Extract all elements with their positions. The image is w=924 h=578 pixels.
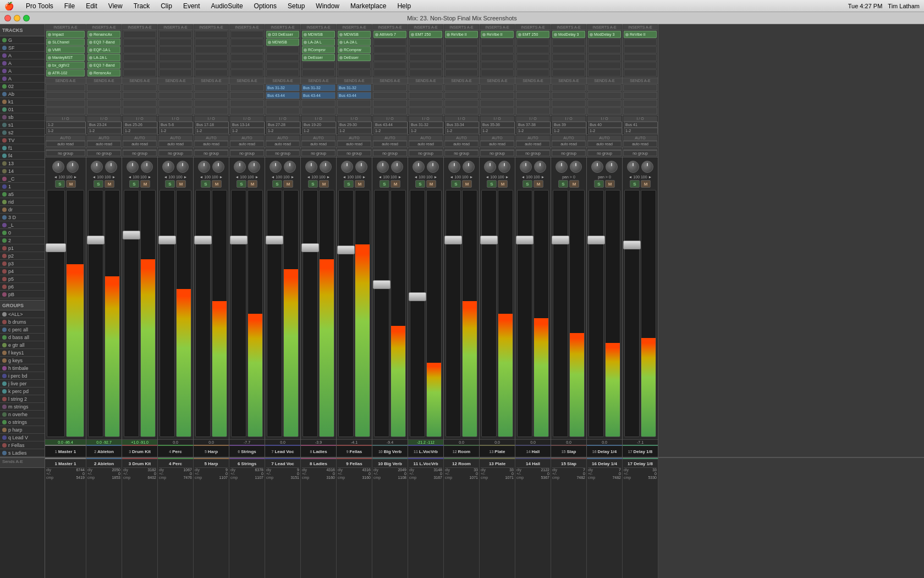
- fader-track[interactable]: [446, 190, 461, 437]
- insert-slot-4[interactable]: [481, 62, 514, 69]
- send-slot-1[interactable]: [409, 92, 443, 99]
- send-slot-2[interactable]: [158, 100, 193, 107]
- channel-label[interactable]: 3 Drum Kit: [122, 445, 157, 457]
- track-item-3[interactable]: A: [0, 59, 45, 67]
- track-item-23[interactable]: 3 D: [0, 214, 45, 221]
- send-slot-2[interactable]: [516, 100, 550, 107]
- insert-slot-1[interactable]: [445, 39, 478, 46]
- auto-button[interactable]: auto read: [230, 141, 264, 147]
- mute-button[interactable]: M: [248, 180, 257, 188]
- fader-track[interactable]: [374, 190, 389, 437]
- track-item-13[interactable]: TV: [0, 137, 45, 144]
- pan-knob-right[interactable]: [391, 161, 403, 173]
- track-item-19[interactable]: 1: [0, 183, 45, 190]
- group-item-14[interactable]: o strings: [0, 418, 45, 426]
- pan-knob-left[interactable]: [341, 161, 353, 173]
- insert-slot-1[interactable]: [481, 39, 514, 46]
- group-item-17[interactable]: r Fellas: [0, 441, 45, 449]
- insert-slot-1[interactable]: [588, 39, 621, 46]
- io-output[interactable]: 1-2: [266, 128, 300, 134]
- insert-slot-4[interactable]: [516, 62, 549, 69]
- fader-track[interactable]: [588, 190, 604, 437]
- channel-label[interactable]: 6 Strings: [229, 445, 265, 457]
- insert-slot-5[interactable]: [588, 69, 621, 77]
- insert-slot-5[interactable]: [159, 69, 192, 77]
- fader-handle[interactable]: [516, 236, 534, 244]
- insert-slot-2[interactable]: [123, 46, 156, 53]
- minimize-button[interactable]: [14, 15, 20, 21]
- mute-button[interactable]: M: [534, 180, 543, 188]
- solo-button[interactable]: S: [522, 180, 532, 188]
- insert-slot-5[interactable]: RensncAx: [87, 69, 120, 77]
- group-item-8[interactable]: i perc bd: [0, 372, 45, 380]
- send-slot-0[interactable]: [230, 84, 264, 91]
- insert-slot-2[interactable]: [588, 46, 621, 53]
- send-slot-3[interactable]: [444, 107, 479, 114]
- io-output[interactable]: 1-2: [481, 128, 515, 134]
- send-slot-1[interactable]: [373, 92, 407, 99]
- group-button[interactable]: no group: [46, 150, 85, 156]
- insert-slot-3[interactable]: [552, 54, 585, 61]
- fader-handle[interactable]: [373, 280, 391, 289]
- insert-slot-2[interactable]: [195, 46, 228, 53]
- group-item-11[interactable]: l string 2: [0, 395, 45, 403]
- pan-knob-right[interactable]: [463, 161, 475, 173]
- insert-slot-5[interactable]: [338, 69, 371, 77]
- close-button[interactable]: [4, 15, 11, 21]
- insert-slot-3[interactable]: [195, 54, 228, 61]
- insert-slot-5[interactable]: ATR-102: [46, 69, 85, 77]
- send-slot-2[interactable]: [552, 100, 586, 107]
- group-item-2[interactable]: c perc all: [0, 326, 45, 334]
- auto-button[interactable]: auto read: [480, 141, 514, 147]
- menu-setup[interactable]: Setup: [285, 2, 307, 10]
- fader-handle[interactable]: [587, 236, 605, 244]
- menu-marketplace[interactable]: Marketplace: [348, 2, 388, 10]
- io-output[interactable]: 1-2: [302, 128, 336, 134]
- pan-knob-left[interactable]: [52, 161, 64, 173]
- fader-track[interactable]: [124, 190, 139, 437]
- solo-button[interactable]: S: [129, 180, 139, 188]
- mute-button[interactable]: M: [391, 180, 400, 188]
- send-slot-0[interactable]: [46, 84, 85, 91]
- menu-protools[interactable]: Pro Tools: [24, 2, 56, 10]
- solo-button[interactable]: S: [415, 180, 425, 188]
- track-item-12[interactable]: s2: [0, 129, 45, 137]
- pan-knob-right[interactable]: [498, 161, 510, 173]
- group-button[interactable]: no group: [373, 150, 407, 156]
- channel-label[interactable]: 15 Slap: [551, 445, 586, 457]
- pan-knob-left[interactable]: [556, 161, 568, 173]
- insert-slot-5[interactable]: [302, 69, 335, 77]
- fader-handle[interactable]: [158, 236, 176, 244]
- insert-slot-4[interactable]: [624, 62, 657, 69]
- track-item-15[interactable]: f4: [0, 152, 45, 160]
- send-slot-0[interactable]: [158, 84, 193, 91]
- group-item-9[interactable]: j live per: [0, 380, 45, 388]
- fader-handle[interactable]: [409, 292, 426, 301]
- insert-slot-1[interactable]: [552, 39, 585, 46]
- fader-track[interactable]: [160, 190, 175, 437]
- auto-button[interactable]: auto read: [444, 141, 479, 147]
- solo-button[interactable]: S: [237, 180, 246, 188]
- send-slot-1[interactable]: Bus 43-44: [301, 92, 336, 99]
- insert-slot-4[interactable]: [195, 62, 228, 69]
- pan-knob-left[interactable]: [520, 161, 532, 173]
- fader-track[interactable]: [624, 190, 640, 437]
- pan-knob-left[interactable]: [127, 161, 139, 173]
- send-slot-3[interactable]: [337, 107, 371, 114]
- group-item-3[interactable]: d bass all: [0, 334, 45, 341]
- pan-knob-left[interactable]: [591, 161, 603, 173]
- auto-button[interactable]: auto read: [46, 141, 85, 147]
- track-item-10[interactable]: sb: [0, 113, 45, 121]
- io-output[interactable]: 1-2: [338, 128, 372, 134]
- insert-slot-3[interactable]: [230, 54, 263, 61]
- insert-slot-2[interactable]: [230, 46, 263, 53]
- group-button[interactable]: no group: [158, 150, 193, 156]
- send-slot-2[interactable]: [480, 100, 514, 107]
- insert-slot-5[interactable]: [230, 69, 263, 77]
- insert-slot-4[interactable]: [123, 62, 156, 69]
- send-slot-1[interactable]: [587, 92, 622, 99]
- send-slot-1[interactable]: [87, 92, 121, 99]
- send-slot-0[interactable]: [409, 84, 443, 91]
- io-input[interactable]: Bus 13-14: [230, 122, 265, 128]
- pan-knob-left[interactable]: [198, 161, 210, 173]
